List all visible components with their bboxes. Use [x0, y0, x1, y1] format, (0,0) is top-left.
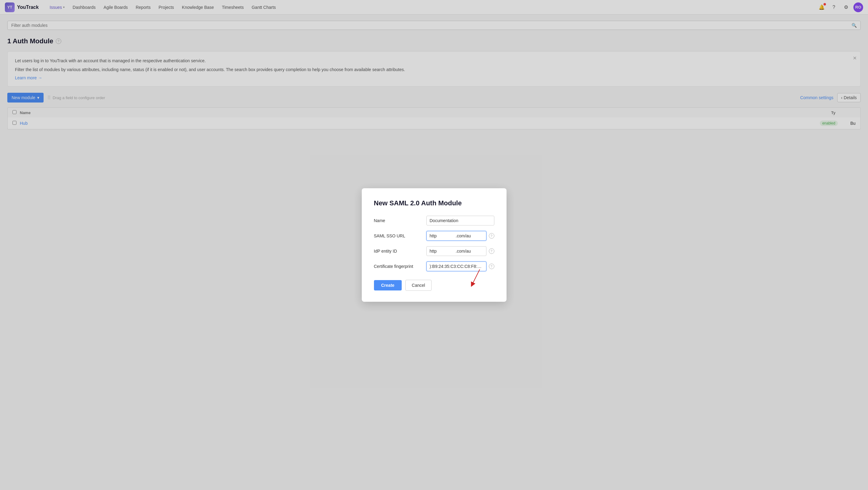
- saml-sso-url-field: SAML SSO URL ?: [374, 231, 494, 241]
- cancel-button[interactable]: Cancel: [405, 280, 432, 291]
- idp-entity-id-label: IdP entity ID: [374, 249, 423, 254]
- new-saml-module-modal: New SAML 2.0 Auth Module Name SAML SSO U…: [362, 188, 506, 302]
- modal-title: New SAML 2.0 Auth Module: [374, 199, 494, 207]
- saml-sso-url-input[interactable]: [426, 231, 487, 241]
- name-label: Name: [374, 218, 423, 223]
- modal-actions: Create Cancel: [374, 280, 494, 291]
- idp-entity-id-field: IdP entity ID ?: [374, 246, 494, 256]
- modal-overlay: New SAML 2.0 Auth Module Name SAML SSO U…: [0, 0, 868, 490]
- idp-entity-id-input[interactable]: [426, 246, 487, 256]
- saml-sso-url-label: SAML SSO URL: [374, 233, 423, 238]
- create-button[interactable]: Create: [374, 280, 402, 290]
- idp-entity-id-help-icon[interactable]: ?: [489, 248, 494, 254]
- saml-sso-url-help-icon[interactable]: ?: [489, 233, 494, 239]
- cert-fingerprint-field: Certificate fingerprint ?: [374, 261, 494, 271]
- cert-fingerprint-input[interactable]: [426, 261, 487, 271]
- cert-fingerprint-help-icon[interactable]: ?: [489, 264, 494, 269]
- cert-fingerprint-label: Certificate fingerprint: [374, 264, 423, 269]
- name-input[interactable]: [426, 216, 494, 226]
- name-field: Name: [374, 216, 494, 226]
